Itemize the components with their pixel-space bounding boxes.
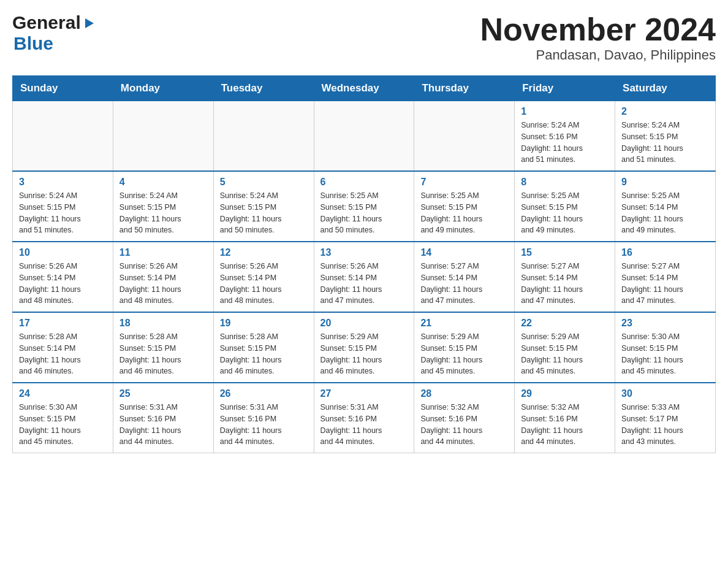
calendar-day-cell: 14Sunrise: 5:27 AMSunset: 5:14 PMDayligh… <box>414 242 515 312</box>
day-info: Sunrise: 5:25 AMSunset: 5:15 PMDaylight:… <box>521 190 609 236</box>
day-number: 3 <box>19 177 107 188</box>
calendar-day-cell: 26Sunrise: 5:31 AMSunset: 5:16 PMDayligh… <box>213 383 314 453</box>
day-info: Sunrise: 5:29 AMSunset: 5:15 PMDaylight:… <box>420 331 508 377</box>
calendar-day-cell: 28Sunrise: 5:32 AMSunset: 5:16 PMDayligh… <box>414 383 515 453</box>
calendar-day-cell: 1Sunrise: 5:24 AMSunset: 5:16 PMDaylight… <box>515 101 615 172</box>
svg-marker-0 <box>85 18 94 28</box>
day-number: 14 <box>420 247 508 258</box>
day-info: Sunrise: 5:24 AMSunset: 5:15 PMDaylight:… <box>220 190 308 236</box>
calendar-day-cell: 29Sunrise: 5:32 AMSunset: 5:16 PMDayligh… <box>515 383 615 453</box>
day-number: 22 <box>521 318 609 329</box>
weekday-header-saturday: Saturday <box>615 76 716 101</box>
day-info: Sunrise: 5:27 AMSunset: 5:14 PMDaylight:… <box>420 261 508 307</box>
day-info: Sunrise: 5:27 AMSunset: 5:14 PMDaylight:… <box>621 261 709 307</box>
day-number: 17 <box>19 318 107 329</box>
day-number: 25 <box>119 388 207 399</box>
day-number: 21 <box>420 318 508 329</box>
logo-general-text: General <box>12 12 81 33</box>
weekday-header-thursday: Thursday <box>414 76 515 101</box>
day-number: 26 <box>220 388 308 399</box>
day-info: Sunrise: 5:25 AMSunset: 5:15 PMDaylight:… <box>320 190 408 236</box>
calendar-day-cell: 23Sunrise: 5:30 AMSunset: 5:15 PMDayligh… <box>615 312 716 383</box>
day-number: 24 <box>19 388 107 399</box>
calendar-day-cell: 16Sunrise: 5:27 AMSunset: 5:14 PMDayligh… <box>615 242 716 312</box>
weekday-header-wednesday: Wednesday <box>314 76 414 101</box>
day-info: Sunrise: 5:30 AMSunset: 5:15 PMDaylight:… <box>621 331 709 377</box>
day-info: Sunrise: 5:26 AMSunset: 5:14 PMDaylight:… <box>19 261 107 307</box>
day-number: 7 <box>420 177 508 188</box>
calendar-day-cell: 30Sunrise: 5:33 AMSunset: 5:17 PMDayligh… <box>615 383 716 453</box>
day-number: 29 <box>521 388 609 399</box>
calendar-day-cell <box>13 101 113 172</box>
day-info: Sunrise: 5:28 AMSunset: 5:15 PMDaylight:… <box>119 331 207 377</box>
day-info: Sunrise: 5:28 AMSunset: 5:15 PMDaylight:… <box>220 331 308 377</box>
day-number: 6 <box>320 177 408 188</box>
day-number: 2 <box>621 106 709 117</box>
calendar-day-cell: 25Sunrise: 5:31 AMSunset: 5:16 PMDayligh… <box>113 383 213 453</box>
calendar-day-cell: 12Sunrise: 5:26 AMSunset: 5:14 PMDayligh… <box>213 242 314 312</box>
day-info: Sunrise: 5:25 AMSunset: 5:15 PMDaylight:… <box>420 190 508 236</box>
day-info: Sunrise: 5:28 AMSunset: 5:14 PMDaylight:… <box>19 331 107 377</box>
weekday-header-monday: Monday <box>113 76 213 101</box>
day-number: 18 <box>119 318 207 329</box>
calendar-day-cell: 5Sunrise: 5:24 AMSunset: 5:15 PMDaylight… <box>213 171 314 242</box>
calendar-day-cell <box>213 101 314 172</box>
day-info: Sunrise: 5:29 AMSunset: 5:15 PMDaylight:… <box>320 331 408 377</box>
day-info: Sunrise: 5:25 AMSunset: 5:14 PMDaylight:… <box>621 190 709 236</box>
day-number: 13 <box>320 247 408 258</box>
day-info: Sunrise: 5:29 AMSunset: 5:15 PMDaylight:… <box>521 331 609 377</box>
calendar-day-cell: 24Sunrise: 5:30 AMSunset: 5:15 PMDayligh… <box>13 383 113 453</box>
day-info: Sunrise: 5:27 AMSunset: 5:14 PMDaylight:… <box>521 261 609 307</box>
calendar-day-cell: 19Sunrise: 5:28 AMSunset: 5:15 PMDayligh… <box>213 312 314 383</box>
day-info: Sunrise: 5:24 AMSunset: 5:15 PMDaylight:… <box>621 120 709 166</box>
day-number: 12 <box>220 247 308 258</box>
calendar-day-cell: 20Sunrise: 5:29 AMSunset: 5:15 PMDayligh… <box>314 312 414 383</box>
title-block: November 2024 Pandasan, Davao, Philippin… <box>480 12 716 63</box>
calendar-day-cell: 4Sunrise: 5:24 AMSunset: 5:15 PMDaylight… <box>113 171 213 242</box>
day-number: 10 <box>19 247 107 258</box>
calendar-day-cell: 11Sunrise: 5:26 AMSunset: 5:14 PMDayligh… <box>113 242 213 312</box>
weekday-header-sunday: Sunday <box>13 76 113 101</box>
calendar-day-cell: 8Sunrise: 5:25 AMSunset: 5:15 PMDaylight… <box>515 171 615 242</box>
calendar-day-cell: 6Sunrise: 5:25 AMSunset: 5:15 PMDaylight… <box>314 171 414 242</box>
calendar-day-cell: 27Sunrise: 5:31 AMSunset: 5:16 PMDayligh… <box>314 383 414 453</box>
day-info: Sunrise: 5:33 AMSunset: 5:17 PMDaylight:… <box>621 402 709 448</box>
calendar-day-cell: 15Sunrise: 5:27 AMSunset: 5:14 PMDayligh… <box>515 242 615 312</box>
day-number: 8 <box>521 177 609 188</box>
day-number: 23 <box>621 318 709 329</box>
day-info: Sunrise: 5:31 AMSunset: 5:16 PMDaylight:… <box>320 402 408 448</box>
logo-blue-text: Blue <box>13 33 53 53</box>
day-number: 19 <box>220 318 308 329</box>
day-info: Sunrise: 5:26 AMSunset: 5:14 PMDaylight:… <box>220 261 308 307</box>
day-number: 28 <box>420 388 508 399</box>
page-subtitle: Pandasan, Davao, Philippines <box>480 47 716 63</box>
calendar-day-cell: 7Sunrise: 5:25 AMSunset: 5:15 PMDaylight… <box>414 171 515 242</box>
day-info: Sunrise: 5:31 AMSunset: 5:16 PMDaylight:… <box>119 402 207 448</box>
calendar-week-row: 3Sunrise: 5:24 AMSunset: 5:15 PMDaylight… <box>13 171 716 242</box>
calendar-day-cell <box>113 101 213 172</box>
calendar-week-row: 10Sunrise: 5:26 AMSunset: 5:14 PMDayligh… <box>13 242 716 312</box>
logo: General Blue <box>12 12 94 54</box>
calendar-day-cell: 9Sunrise: 5:25 AMSunset: 5:14 PMDaylight… <box>615 171 716 242</box>
day-info: Sunrise: 5:26 AMSunset: 5:14 PMDaylight:… <box>119 261 207 307</box>
day-info: Sunrise: 5:24 AMSunset: 5:15 PMDaylight:… <box>19 190 107 236</box>
day-number: 16 <box>621 247 709 258</box>
day-number: 27 <box>320 388 408 399</box>
calendar-day-cell: 3Sunrise: 5:24 AMSunset: 5:15 PMDaylight… <box>13 171 113 242</box>
weekday-header-tuesday: Tuesday <box>213 76 314 101</box>
day-info: Sunrise: 5:24 AMSunset: 5:15 PMDaylight:… <box>119 190 207 236</box>
day-number: 20 <box>320 318 408 329</box>
calendar-week-row: 1Sunrise: 5:24 AMSunset: 5:16 PMDaylight… <box>13 101 716 172</box>
calendar-day-cell: 22Sunrise: 5:29 AMSunset: 5:15 PMDayligh… <box>515 312 615 383</box>
day-number: 9 <box>621 177 709 188</box>
calendar-day-cell: 10Sunrise: 5:26 AMSunset: 5:14 PMDayligh… <box>13 242 113 312</box>
calendar-day-cell: 17Sunrise: 5:28 AMSunset: 5:14 PMDayligh… <box>13 312 113 383</box>
calendar-day-cell: 13Sunrise: 5:26 AMSunset: 5:14 PMDayligh… <box>314 242 414 312</box>
day-number: 30 <box>621 388 709 399</box>
day-number: 15 <box>521 247 609 258</box>
day-number: 11 <box>119 247 207 258</box>
day-number: 4 <box>119 177 207 188</box>
calendar-header-row: SundayMondayTuesdayWednesdayThursdayFrid… <box>13 76 716 101</box>
calendar-day-cell: 21Sunrise: 5:29 AMSunset: 5:15 PMDayligh… <box>414 312 515 383</box>
day-number: 5 <box>220 177 308 188</box>
